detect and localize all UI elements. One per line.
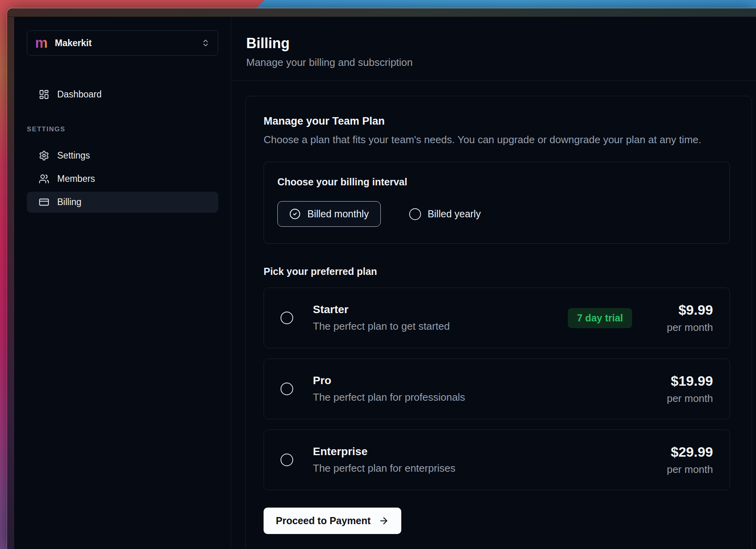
window-body: m Makerkit Dashboard SETTINGS [7,17,756,549]
sidebar-item-label: Dashboard [57,89,102,100]
plan-price: $9.99 [654,302,713,318]
plan-price-block: $29.99 per month [654,444,713,476]
main-area: Billing Manage your billing and subscrip… [231,17,756,549]
card-title: Manage your Team Plan [264,115,730,127]
interval-option-yearly[interactable]: Billed yearly [409,208,481,220]
plan-row-starter[interactable]: Starter The perfect plan to get started … [264,288,730,348]
page-title: Billing [246,35,740,52]
radio-circle-icon[interactable] [281,312,293,324]
sidebar-item-label: Members [57,174,95,184]
sidebar-item-members[interactable]: Members [27,168,218,189]
interval-option-label: Billed yearly [428,208,481,220]
sidebar-section-settings: SETTINGS [27,125,218,133]
plan-info: Pro The perfect plan for professionals [313,374,465,403]
billing-interval-options: Billed monthly Billed yearly [277,201,716,227]
page-header: Billing Manage your billing and subscrip… [231,17,756,81]
plan-info: Enterprise The perfect plan for enterpri… [313,445,455,474]
proceed-to-payment-button[interactable]: Proceed to Payment [264,508,401,534]
main-content: Manage your Team Plan Choose a plan that… [231,81,756,549]
check-circle-icon [289,208,301,220]
plan-cadence: per month [654,321,713,334]
billing-interval-label: Choose your billing interval [277,176,716,188]
plan-price: $29.99 [654,444,713,460]
billing-interval-box: Choose your billing interval Billed mont… [264,162,730,244]
radio-circle-icon[interactable] [281,454,293,466]
radio-circle-icon[interactable] [281,383,293,395]
sidebar-item-dashboard[interactable]: Dashboard [27,84,218,105]
sidebar-item-label: Settings [57,150,90,161]
credit-card-icon [39,197,49,207]
window-titlebar[interactable] [7,8,756,17]
dashboard-icon [39,89,49,100]
plan-name: Starter [313,303,450,316]
radio-circle-icon [409,208,421,220]
users-icon [39,174,49,184]
app-window: m Makerkit Dashboard SETTINGS [7,8,756,549]
interval-option-label: Billed monthly [307,208,369,220]
plan-row-enterprise[interactable]: Enterprise The perfect plan for enterpri… [264,429,730,490]
sidebar-nav: Dashboard SETTINGS Settings Members [27,84,218,213]
plan-row-pro[interactable]: Pro The perfect plan for professionals $… [264,359,730,419]
plan-price-block: $19.99 per month [654,373,713,405]
gear-icon [39,150,49,161]
interval-option-monthly[interactable]: Billed monthly [277,201,381,227]
team-plan-card: Manage your Team Plan Choose a plan that… [245,96,752,549]
makerkit-logo-icon: m [35,36,48,50]
chevron-up-down-icon [201,39,210,47]
proceed-button-label: Proceed to Payment [276,515,371,527]
team-selector[interactable]: m Makerkit [27,30,218,56]
plan-description: The perfect plan for enterprises [313,462,455,474]
sidebar-item-settings[interactable]: Settings [27,145,218,166]
team-name: Makerkit [55,38,92,49]
plan-price-block: $9.99 per month [654,302,713,334]
trial-badge: 7 day trial [568,308,632,328]
plan-price: $19.99 [654,373,713,389]
app-root: m Makerkit Dashboard SETTINGS [14,17,756,549]
sidebar-item-label: Billing [57,197,81,207]
sidebar-item-billing[interactable]: Billing [27,192,218,213]
sidebar: m Makerkit Dashboard SETTINGS [14,17,231,549]
plan-cadence: per month [654,392,713,405]
plan-name: Pro [313,374,465,387]
page-subtitle: Manage your billing and subscription [246,56,740,69]
plan-description: The perfect plan for professionals [313,391,465,403]
plan-info: Starter The perfect plan to get started [313,303,450,332]
plan-name: Enterprise [313,445,455,458]
window-left-edge [7,17,14,549]
plan-picker-label: Pick your preferred plan [264,266,730,277]
arrow-right-icon [378,515,389,526]
card-description: Choose a plan that fits your team's need… [264,134,730,146]
plan-description: The perfect plan to get started [313,320,450,332]
plan-cadence: per month [654,463,713,476]
